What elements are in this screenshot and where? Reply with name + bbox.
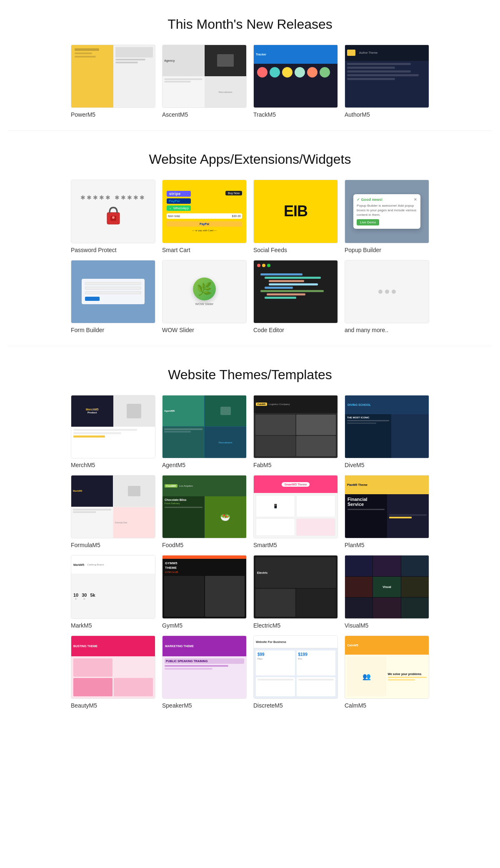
card-planm5[interactable]: PlanM5 Theme FinancialService bbox=[345, 475, 429, 548]
card-label-foodm5: FoodM5 bbox=[162, 542, 247, 548]
card-password-protect[interactable]: ✱✱✱✱✱ ✱✱✱✱✱ Password Protect bbox=[71, 180, 155, 253]
card-label-speakerm5: SpeakerM5 bbox=[162, 702, 247, 709]
themes-row1: MerchM5Product MerchM5 bbox=[71, 395, 429, 468]
card-calmm5[interactable]: CalmM5 👥 We solve your problems CalmM5 bbox=[345, 635, 429, 709]
card-divem5[interactable]: DIVING SCHOOL THE MOST ICONIC DiveM5 bbox=[345, 395, 429, 468]
card-label-fabm5: FabM5 bbox=[253, 462, 338, 468]
card-smartm5[interactable]: SmartM5 Theme 📱 SmartM5 bbox=[253, 475, 338, 548]
card-gymm5[interactable]: GYMM5THEME GYM CLUB GymM5 bbox=[162, 555, 247, 628]
thumb-fabm5: FabM5 Logistics Company bbox=[253, 395, 338, 458]
card-label-smart-cart: Smart Cart bbox=[162, 247, 247, 253]
themes-row4: BUSTING THEME BeautyM5 MARKETING THEME bbox=[71, 635, 429, 709]
card-agentm5[interactable]: AgentM5 Recruitment AgentM5 bbox=[162, 395, 247, 468]
thumb-gymm5: GYMM5THEME GYM CLUB bbox=[162, 555, 247, 618]
thumb-social-feeds: EIB bbox=[253, 180, 338, 243]
themes-row3: MarkM5 Clothing Brand 10k 30k 5k MarkM5 bbox=[71, 555, 429, 628]
thumb-calmm5: CalmM5 👥 We solve your problems bbox=[345, 635, 429, 699]
card-beautym5[interactable]: BUSTING THEME BeautyM5 bbox=[71, 635, 155, 709]
card-label-social-feeds: Social Feeds bbox=[253, 247, 338, 253]
thumb-merchm5: MerchM5Product bbox=[71, 395, 155, 458]
thumb-trackm5: Tracker bbox=[253, 45, 338, 108]
card-label-discretem5: DiscreteM5 bbox=[253, 702, 338, 709]
extensions-row2: Form Builder 🌿 WOW Slider WOW Slider bbox=[71, 260, 429, 333]
card-authorm5[interactable]: Author Theme AuthorM5 bbox=[345, 45, 429, 118]
thumb-ascentm5: Agency Recruitment bbox=[162, 45, 247, 108]
thumb-electricm5: Electric bbox=[253, 555, 338, 618]
card-wow-slider[interactable]: 🌿 WOW Slider WOW Slider bbox=[162, 260, 247, 333]
card-label-formulam5: FormulaM5 bbox=[71, 542, 155, 548]
new-releases-grid: PowerM5 Agency Recruitment AscentM5 Trac… bbox=[71, 45, 429, 118]
card-form-builder[interactable]: Form Builder bbox=[71, 260, 155, 333]
whatsapp-badge: WhatsApp bbox=[167, 205, 191, 211]
card-speakerm5[interactable]: MARKETING THEME PUBLIC SPEAKING TRAINING… bbox=[162, 635, 247, 709]
thumb-and-more bbox=[345, 260, 429, 323]
card-label-visualm5: VisualM5 bbox=[345, 622, 429, 629]
thumb-powerm5 bbox=[71, 45, 155, 108]
themes-title: Website Themes/Templates bbox=[8, 367, 492, 383]
new-releases-section: This Month's New Releases bbox=[0, 0, 500, 126]
card-trackm5[interactable]: Tracker TrackM5 bbox=[253, 45, 338, 118]
thumb-wow-slider: 🌿 WOW Slider bbox=[162, 260, 247, 323]
card-code-editor[interactable]: Code Editor bbox=[253, 260, 338, 333]
card-popup-builder[interactable]: ✓ Good news! ✕ Popup Builder is awesome!… bbox=[345, 180, 429, 253]
card-electricm5[interactable]: Electric ElectricM5 bbox=[253, 555, 338, 628]
card-powerm5[interactable]: PowerM5 bbox=[71, 45, 155, 118]
thumb-popup-builder: ✓ Good news! ✕ Popup Builder is awesome!… bbox=[345, 180, 429, 243]
thumb-smart-cart: stripe PayPal WhatsApp Buy Now Item tota… bbox=[162, 180, 247, 243]
card-label-authorm5: AuthorM5 bbox=[345, 111, 429, 118]
extensions-section: Website Apps/Extensions/Widgets ✱✱✱✱✱ ✱✱… bbox=[0, 135, 500, 342]
card-label-beautym5: BeautyM5 bbox=[71, 702, 155, 709]
card-label-ascentm5: AscentM5 bbox=[162, 111, 247, 118]
card-label-agentm5: AgentM5 bbox=[162, 462, 247, 468]
card-fabm5[interactable]: FabM5 Logistics Company FabM5 bbox=[253, 395, 338, 468]
extensions-row1: ✱✱✱✱✱ ✱✱✱✱✱ Password Protect strip bbox=[71, 180, 429, 253]
card-merchm5[interactable]: MerchM5Product MerchM5 bbox=[71, 395, 155, 468]
thumb-authorm5: Author Theme bbox=[345, 45, 429, 108]
thumb-discretem5: Website For Business $99 Plan $199 Pro bbox=[253, 635, 338, 699]
extensions-title: Website Apps/Extensions/Widgets bbox=[8, 152, 492, 167]
card-label-calmm5: CalmM5 bbox=[345, 702, 429, 709]
paypal-badge: PayPal bbox=[167, 198, 191, 204]
card-foodm5[interactable]: FoodM5 Los Angeles Chocolate Bliss Food … bbox=[162, 475, 247, 548]
ascent-inner: Agency Recruitment bbox=[162, 45, 246, 108]
card-label-smartm5: SmartM5 bbox=[253, 542, 338, 548]
thumb-form-builder bbox=[71, 260, 155, 323]
card-label-form-builder: Form Builder bbox=[71, 327, 155, 333]
card-label-powerm5: PowerM5 bbox=[71, 111, 155, 118]
svg-point-3 bbox=[169, 207, 172, 210]
thumb-formulam5: MarkM5 Formula One bbox=[71, 475, 155, 538]
author-inner: Author Theme bbox=[345, 45, 429, 108]
divider-2 bbox=[8, 346, 492, 346]
thumb-divem5: DIVING SCHOOL THE MOST ICONIC bbox=[345, 395, 429, 458]
track-inner: Tracker bbox=[254, 45, 338, 108]
card-smart-cart[interactable]: stripe PayPal WhatsApp Buy Now Item tota… bbox=[162, 180, 247, 253]
power-right bbox=[113, 45, 155, 108]
themes-row2: MarkM5 Formula One FormulaM5 bbox=[71, 475, 429, 548]
card-and-more[interactable]: and many more.. bbox=[345, 260, 429, 333]
card-label-gymm5: GymM5 bbox=[162, 622, 247, 629]
divider-1 bbox=[8, 130, 492, 131]
card-label-merchm5: MerchM5 bbox=[71, 462, 155, 468]
thumb-foodm5: FoodM5 Los Angeles Chocolate Bliss Food … bbox=[162, 475, 247, 538]
card-markm5[interactable]: MarkM5 Clothing Brand 10k 30k 5k MarkM5 bbox=[71, 555, 155, 628]
card-ascentm5[interactable]: Agency Recruitment AscentM5 bbox=[162, 45, 247, 118]
card-label-wow-slider: WOW Slider bbox=[162, 327, 247, 333]
thumb-code-editor bbox=[253, 260, 338, 323]
thumb-smartm5: SmartM5 Theme 📱 bbox=[253, 475, 338, 538]
card-label-markm5: MarkM5 bbox=[71, 622, 155, 629]
card-label-and-more: and many more.. bbox=[345, 327, 429, 333]
thumb-beautym5: BUSTING THEME bbox=[71, 635, 155, 699]
svg-point-2 bbox=[112, 216, 115, 219]
thumb-visualm5: Visual bbox=[345, 555, 429, 618]
card-social-feeds[interactable]: EIB Social Feeds bbox=[253, 180, 338, 253]
card-label-electricm5: ElectricM5 bbox=[253, 622, 338, 629]
card-formulam5[interactable]: MarkM5 Formula One FormulaM5 bbox=[71, 475, 155, 548]
card-label-planm5: PlanM5 bbox=[345, 542, 429, 548]
card-label-popup-builder: Popup Builder bbox=[345, 247, 429, 253]
card-discretem5[interactable]: Website For Business $99 Plan $199 Pro bbox=[253, 635, 338, 709]
card-label-password-protect: Password Protect bbox=[71, 247, 155, 253]
stripe-badge: stripe bbox=[167, 191, 191, 197]
card-visualm5[interactable]: Visual VisualM5 bbox=[345, 555, 429, 628]
thumb-password-protect: ✱✱✱✱✱ ✱✱✱✱✱ bbox=[71, 180, 155, 243]
themes-section: Website Themes/Templates MerchM5Product bbox=[0, 350, 500, 717]
